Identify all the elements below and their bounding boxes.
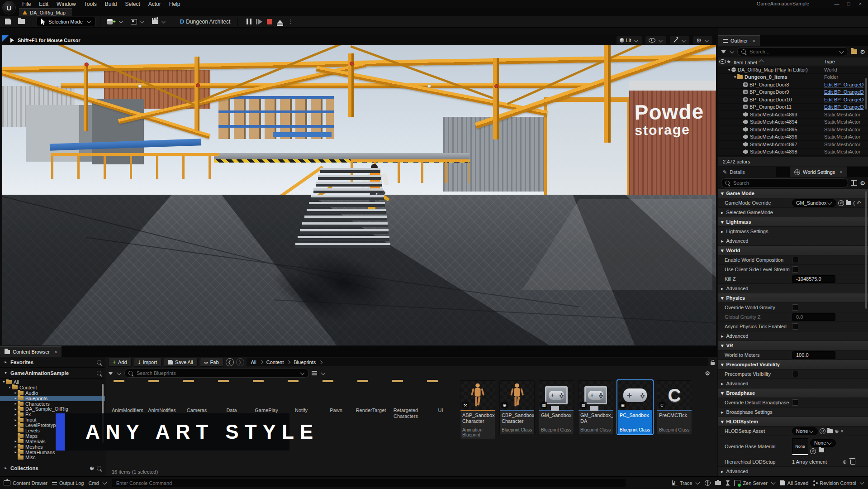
material-thumbnail[interactable]: None bbox=[792, 438, 808, 455]
asset-search[interactable] bbox=[124, 369, 309, 378]
edit-blueprint-link[interactable]: Edit BP_OrangeD bbox=[824, 104, 868, 110]
asset-tile-gm-sandbox[interactable]: ▦GM_SandboxBlueprint Class bbox=[539, 380, 574, 434]
section-game-mode[interactable]: ▾Game Mode bbox=[718, 189, 868, 198]
property-precompute-visibility[interactable]: Precompute Visibility bbox=[718, 369, 868, 379]
close-icon[interactable]: × bbox=[840, 169, 842, 175]
save-button[interactable] bbox=[3, 18, 13, 25]
section-lightmass[interactable]: ▾Lightmass bbox=[718, 217, 868, 227]
folder-tile-gameplay[interactable]: GamePlay bbox=[251, 380, 282, 413]
asset-dropdown[interactable]: None bbox=[792, 427, 818, 435]
settings-gear-icon[interactable]: ⚙ bbox=[860, 180, 865, 186]
folder-tile-animnotifies[interactable]: AnimNotifies bbox=[147, 380, 177, 413]
property-async-physics-tick-enabled[interactable]: Async Physics Tick Enabled bbox=[718, 322, 868, 331]
browse-content-button[interactable] bbox=[16, 18, 27, 25]
folder-tile-retargeted-characters[interactable]: Retargeted Characters bbox=[390, 380, 421, 419]
collapsed-advanced[interactable]: ▸Advanced bbox=[718, 379, 868, 388]
search-icon[interactable] bbox=[97, 360, 101, 364]
outliner-row[interactable]: StaticMeshActor4894StaticMeshActor bbox=[718, 119, 868, 126]
asset-tile-pc-sandbox[interactable]: ▣PC_SandboxBlueprint Class bbox=[617, 380, 653, 434]
world-settings-tab[interactable]: World Settings × bbox=[790, 167, 847, 177]
level-tab[interactable]: DA_OilRig_Map bbox=[19, 8, 72, 16]
checkbox[interactable] bbox=[792, 399, 798, 406]
section-world[interactable]: ▾World bbox=[718, 246, 868, 255]
favorites-header[interactable]: ▸ Favorites bbox=[0, 357, 105, 368]
section-vr[interactable]: ▾VR bbox=[718, 341, 868, 350]
viewport-scene[interactable]: Powde storage bbox=[2, 45, 716, 345]
outliner-row[interactable]: StaticMeshActor4899StaticMeshActor bbox=[718, 156, 868, 157]
outliner-row[interactable]: BP_OrangeDoor8Edit BP_OrangeD bbox=[718, 81, 868, 89]
trace-dropdown[interactable]: Trace bbox=[672, 480, 701, 486]
outliner-row[interactable]: StaticMeshActor4897StaticMeshActor bbox=[718, 141, 868, 149]
delete-icon[interactable] bbox=[850, 460, 855, 465]
checkbox[interactable] bbox=[792, 304, 798, 311]
screenshot-icon[interactable] bbox=[715, 481, 721, 485]
content-drawer-button[interactable]: Content Drawer bbox=[4, 480, 47, 486]
menu-window[interactable]: Window bbox=[52, 0, 80, 8]
settings-scrollbar[interactable] bbox=[865, 191, 867, 309]
hourglass-icon[interactable] bbox=[726, 480, 730, 486]
stop-button[interactable] bbox=[267, 19, 272, 24]
fab-button[interactable]: ∞Fab bbox=[200, 358, 223, 367]
asset-search-input[interactable] bbox=[136, 370, 296, 376]
view-mode-dropdown[interactable]: Lit bbox=[617, 36, 642, 44]
unreal-logo[interactable]: U bbox=[2, 1, 16, 14]
blueprints-button[interactable] bbox=[128, 18, 147, 25]
zen-server-dropdown[interactable]: Zen Server bbox=[734, 480, 775, 486]
content-browser-tab[interactable]: Content Browser × bbox=[0, 346, 62, 357]
outliner-search[interactable] bbox=[737, 47, 848, 56]
eject-button[interactable] bbox=[277, 20, 283, 24]
import-button[interactable]: ⭣Import bbox=[134, 358, 161, 367]
insights-icon[interactable] bbox=[705, 480, 711, 486]
folder-tile-animmodifiers[interactable]: AnimModifiers bbox=[112, 380, 142, 413]
browse-icon[interactable] bbox=[827, 429, 833, 433]
type-column[interactable]: Type bbox=[824, 59, 868, 64]
section-broadphase[interactable]: ▾Broadphase bbox=[718, 388, 868, 398]
cinematics-button[interactable] bbox=[150, 19, 168, 25]
checkbox[interactable] bbox=[792, 371, 798, 377]
forward-button[interactable]: ❯ bbox=[236, 358, 244, 366]
outliner-tab[interactable]: Outliner × bbox=[718, 35, 760, 46]
console-input[interactable] bbox=[115, 480, 622, 486]
menu-select[interactable]: Select bbox=[121, 0, 144, 8]
frame-skip-button[interactable] bbox=[256, 19, 262, 24]
outliner-row[interactable]: ▾DA_OilRig_Map (Play In Editor)World bbox=[718, 66, 868, 74]
sort-icon[interactable] bbox=[312, 371, 317, 375]
checkbox[interactable] bbox=[792, 266, 798, 273]
pick-icon[interactable]: ( bbox=[853, 201, 855, 206]
tree-item-blueprints[interactable]: ▸Blueprints bbox=[0, 396, 105, 401]
browse-icon[interactable] bbox=[846, 201, 851, 205]
property-override-world-gravity[interactable]: Override World Gravity bbox=[718, 303, 868, 312]
search-icon[interactable] bbox=[97, 371, 101, 375]
play-options-menu[interactable]: ⋮ bbox=[288, 19, 293, 25]
collapsed-lightmass-settings[interactable]: ▸Lightmass Settings bbox=[718, 227, 868, 236]
tree-item-audio[interactable]: ▸Audio bbox=[0, 390, 105, 396]
checkbox[interactable] bbox=[792, 257, 798, 263]
menu-actor[interactable]: Actor bbox=[144, 0, 165, 8]
outliner-scrollbar[interactable] bbox=[865, 78, 867, 110]
viewport-settings-dropdown[interactable]: ⚙ bbox=[693, 36, 712, 44]
outliner-row[interactable]: BP_OrangeDoor9Edit BP_OrangeD bbox=[718, 89, 868, 96]
folder-tile-data[interactable]: Data bbox=[216, 380, 247, 413]
property-use-client-side-level-streaming-volu-[interactable]: Use Client Side Level Streaming Volu... bbox=[718, 265, 868, 274]
property-override-default-broadphase-settings[interactable]: Override Default Broadphase Settings bbox=[718, 398, 868, 408]
breadcrumb-blueprints[interactable]: Blueprints bbox=[294, 360, 316, 365]
edit-blueprint-link[interactable]: Edit BP_OrangeD bbox=[824, 97, 868, 102]
settings-search[interactable] bbox=[721, 178, 848, 187]
property-enable-world-composition[interactable]: Enable World Composition bbox=[718, 255, 868, 265]
all-saved-button[interactable]: All Saved bbox=[780, 480, 808, 486]
filter-icon[interactable] bbox=[108, 372, 113, 375]
add-button[interactable]: +Add bbox=[108, 358, 132, 367]
collapsed-broadphase-settings[interactable]: ▸Broadphase Settings bbox=[718, 408, 868, 417]
section-precomputed-visibility[interactable]: ▾Precomputed Visibility bbox=[718, 360, 868, 369]
browse-icon[interactable] bbox=[819, 448, 824, 452]
revision-control-dropdown[interactable]: Revision Control bbox=[813, 480, 864, 486]
save-all-button[interactable]: Save All bbox=[164, 358, 198, 367]
collapsed-advanced[interactable]: ▸Advanced bbox=[718, 236, 868, 246]
clear-icon[interactable]: × bbox=[841, 429, 844, 434]
edit-blueprint-link[interactable]: Edit BP_OrangeD bbox=[824, 89, 868, 95]
value-input[interactable]: 0.0 bbox=[792, 313, 835, 321]
pause-button[interactable] bbox=[247, 19, 251, 24]
asset-tile-cbp-sandbox-character[interactable]: ◉CBP_Sandbox CharacterBlueprint Class bbox=[499, 380, 535, 434]
project-header[interactable]: ▾ GameAnimationSample bbox=[0, 368, 105, 379]
breadcrumb-all[interactable]: All bbox=[251, 360, 256, 365]
